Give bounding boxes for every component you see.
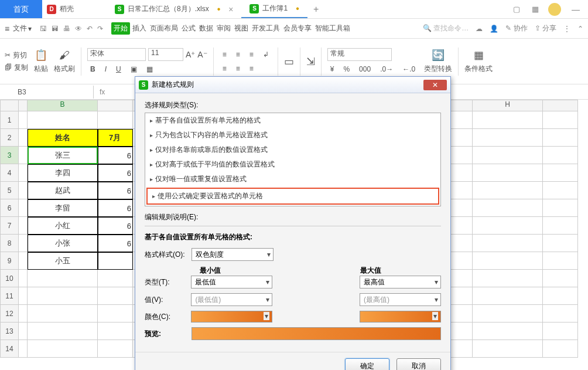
cell[interactable]: 6 xyxy=(98,235,133,252)
align-mid-icon[interactable]: ≡ xyxy=(233,49,243,60)
cell[interactable]: 小五 xyxy=(28,252,98,270)
rowhead[interactable]: 1 xyxy=(0,111,19,129)
rule-item-0[interactable]: ▸基于各自值设置所有单元格的格式 xyxy=(145,113,440,128)
rowhead[interactable]: 2 xyxy=(0,129,19,147)
undo-icon[interactable]: ↶ xyxy=(87,25,93,33)
rowhead[interactable]: 5 xyxy=(0,182,19,199)
fontsize-select[interactable]: 11 xyxy=(148,48,183,61)
condfmt-button[interactable]: ▦ 条件格式 xyxy=(464,49,493,74)
cloud-icon[interactable]: ☁ xyxy=(476,25,483,33)
user-icon[interactable]: 👤 xyxy=(490,25,498,33)
colhead-H[interactable]: H xyxy=(473,100,543,111)
underline-button[interactable]: U xyxy=(113,63,124,75)
type-max-select[interactable]: 最高值 xyxy=(360,276,441,288)
type-min-select[interactable]: 最低值 xyxy=(191,276,272,288)
hamburger-icon[interactable]: ≡ xyxy=(5,24,9,33)
rule-item-5-formula[interactable]: ▸使用公式确定要设置格式的单元格 xyxy=(146,188,439,205)
rule-item-1[interactable]: ▸只为包含以下内容的单元格设置格式 xyxy=(145,128,440,142)
rule-type-list[interactable]: ▸基于各自值设置所有单元格的格式 ▸只为包含以下内容的单元格设置格式 ▸仅对排名… xyxy=(145,113,441,206)
cell[interactable]: 6 xyxy=(98,217,133,235)
style-select[interactable]: 双色刻度 xyxy=(192,248,274,261)
numfmt-select[interactable]: 常规 xyxy=(327,48,392,61)
redo-icon[interactable]: ↷ xyxy=(97,25,103,33)
grow-font-icon[interactable]: A⁺ xyxy=(186,50,195,59)
merge-button[interactable]: ▭ xyxy=(284,55,294,68)
rule-item-4[interactable]: ▸仅对唯一值或重复值设置格式 xyxy=(145,172,440,186)
minimize-button[interactable]: — xyxy=(568,5,583,14)
search-input[interactable]: 🔍 查找命令… xyxy=(423,23,469,33)
file-menu[interactable]: 文件▾ xyxy=(13,23,32,33)
name-box[interactable]: B3 xyxy=(0,86,94,99)
font-select[interactable]: 宋体 xyxy=(87,48,146,61)
app-grid-icon[interactable]: ▢ xyxy=(511,4,522,15)
italic-button[interactable]: I xyxy=(102,63,110,75)
cell[interactable]: 李四 xyxy=(28,164,98,182)
value-max-input[interactable]: (最高值) xyxy=(360,293,441,306)
rowhead[interactable]: 13 xyxy=(0,323,19,340)
tab-vip[interactable]: 会员专享 xyxy=(282,22,313,35)
cell[interactable]: 6 xyxy=(98,164,133,182)
tab-data[interactable]: 数据 xyxy=(198,22,214,35)
cell[interactable]: 小红 xyxy=(28,217,98,235)
cancel-button[interactable]: 取消 xyxy=(396,358,441,370)
close-button[interactable]: ✕ xyxy=(423,80,447,90)
align-bot-icon[interactable]: ≡ xyxy=(247,49,257,60)
paste-button[interactable]: 📋 粘贴 xyxy=(34,49,48,74)
colhead-B[interactable]: B xyxy=(28,100,98,111)
add-tab-button[interactable]: + xyxy=(307,0,325,18)
rule-item-3[interactable]: ▸仅对高于或低于平均值的数值设置格式 xyxy=(145,157,440,172)
active-cell[interactable]: 张三 xyxy=(28,147,98,164)
cell[interactable]: 6 xyxy=(98,147,133,164)
grid-icon[interactable]: ▦ xyxy=(529,4,541,15)
typeconv-button[interactable]: 🔄 类型转换 xyxy=(424,49,452,74)
shell-tab[interactable]: D 稻壳 xyxy=(42,0,107,18)
comma-icon[interactable]: 000 xyxy=(356,63,374,75)
colhead-A[interactable] xyxy=(19,100,28,111)
align-left-icon[interactable]: ≡ xyxy=(220,63,230,74)
rowhead[interactable]: 3 xyxy=(0,147,19,164)
colhead-I[interactable] xyxy=(543,100,578,111)
more-icon[interactable]: ⋮ xyxy=(563,25,570,33)
rowhead[interactable]: 14 xyxy=(0,340,19,358)
rowhead[interactable]: 6 xyxy=(0,199,19,217)
color-max-select[interactable] xyxy=(360,311,441,323)
cell[interactable]: 姓名 xyxy=(28,129,98,147)
select-all-corner[interactable] xyxy=(0,100,19,111)
doc-tab-1[interactable]: S 日常工作汇总（8月）.xlsx • × xyxy=(107,0,241,18)
dec-inc-icon[interactable]: .0→ xyxy=(377,63,396,75)
cell[interactable] xyxy=(98,252,133,270)
rowhead[interactable]: 4 xyxy=(0,164,19,182)
rowhead[interactable]: 9 xyxy=(0,252,19,270)
align-right-icon[interactable]: ≡ xyxy=(247,63,257,74)
value-min-input[interactable]: (最低值) xyxy=(191,293,272,306)
ok-button[interactable]: 确定 xyxy=(345,358,389,370)
cell[interactable]: 李留 xyxy=(28,199,98,217)
save-icon[interactable]: 🖫 xyxy=(40,25,47,33)
rowhead[interactable]: 12 xyxy=(0,305,19,323)
align-top-icon[interactable]: ≡ xyxy=(220,49,230,60)
fill-color-button[interactable]: ▣ xyxy=(128,63,140,75)
rowhead[interactable]: 11 xyxy=(0,287,19,305)
rowhead[interactable]: 7 xyxy=(0,217,19,235)
collab-button[interactable]: ✎ 协作 xyxy=(505,23,527,33)
autofit-button[interactable]: ⇲ xyxy=(306,55,315,68)
percent-icon[interactable]: % xyxy=(340,63,353,75)
tab-insert[interactable]: 插入 xyxy=(131,22,148,35)
rowhead[interactable]: 10 xyxy=(0,270,19,287)
colhead-C[interactable] xyxy=(98,100,133,111)
tab-dev[interactable]: 开发工具 xyxy=(251,22,281,35)
shrink-font-icon[interactable]: A⁻ xyxy=(197,50,207,59)
rowhead[interactable]: 8 xyxy=(0,235,19,252)
cut-button[interactable]: ✂ 剪切 xyxy=(5,50,28,60)
color-min-select[interactable] xyxy=(191,311,272,323)
bold-button[interactable]: B xyxy=(87,63,98,75)
home-tab[interactable]: 首页 xyxy=(0,0,42,18)
cell[interactable]: 赵武 xyxy=(28,182,98,199)
doc-tab-2[interactable]: S 工作簿1 • xyxy=(241,0,307,18)
currency-icon[interactable]: ¥ xyxy=(327,63,337,75)
tab-smart[interactable]: 智能工具箱 xyxy=(314,22,351,35)
cell[interactable]: 6 xyxy=(98,182,133,199)
wrap-icon[interactable]: ↲ xyxy=(260,49,272,60)
collapse-icon[interactable]: ⌃ xyxy=(577,25,583,33)
rule-item-2[interactable]: ▸仅对排名靠前或靠后的数值设置格式 xyxy=(145,142,440,157)
